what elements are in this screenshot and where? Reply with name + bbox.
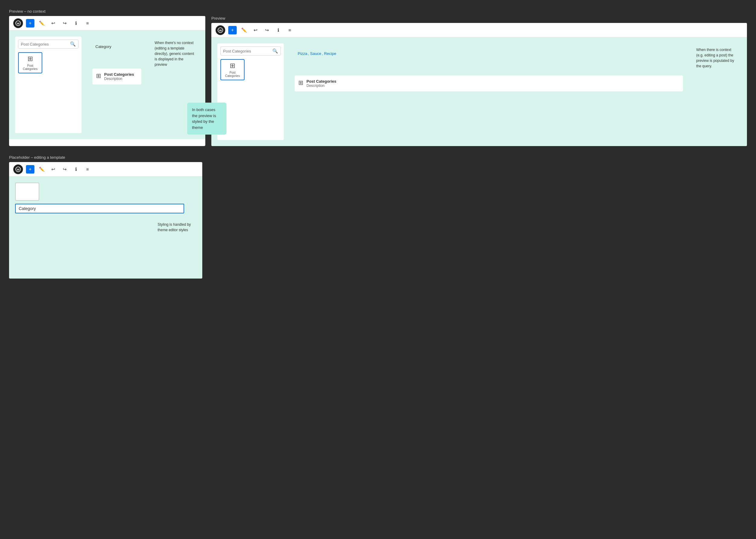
- search-input-left[interactable]: [21, 42, 68, 46]
- placeholder-main-area: Styling is handled by theme editor style…: [15, 218, 196, 272]
- undo-button-right[interactable]: ↩: [251, 26, 260, 35]
- post-categories-block-right: ⊞ Post Categories Description: [295, 75, 683, 92]
- editor-main-right: Pizza, Sauce, Recipe ⊞ Post Categories D…: [290, 43, 741, 140]
- block-icon-label-left: PostCategories: [23, 64, 38, 71]
- list-button-bottom[interactable]: ≡: [83, 165, 92, 174]
- editor-content-left: 🔍 ⊞ PostCategories Category ⊞: [9, 31, 205, 139]
- bottom-section: Placeholder – editing a template W + ✏️ …: [9, 155, 747, 278]
- content-area-left: Category ⊞ Post Categories Description: [88, 37, 146, 133]
- svg-text:W: W: [17, 22, 20, 25]
- toolbar-bottom: W + ✏️ ↩ ↪ ℹ ≡: [9, 162, 202, 177]
- post-categories-desc-left: Description: [104, 77, 134, 81]
- placeholder-panel: W + ✏️ ↩ ↪ ℹ ≡ Styling is handled by the…: [9, 162, 202, 278]
- redo-button-left[interactable]: ↪: [60, 19, 69, 28]
- placeholder-content: Styling is handled by theme editor style…: [9, 177, 202, 278]
- wp-logo-right[interactable]: W: [215, 25, 225, 35]
- svg-text:W: W: [17, 168, 20, 171]
- post-categories-title-right: Post Categories: [306, 79, 336, 84]
- wp-logo-left[interactable]: W: [13, 18, 23, 28]
- post-categories-block-icon-right[interactable]: ⊞ PostCategories: [220, 59, 245, 80]
- info-button-right[interactable]: ℹ: [274, 26, 283, 35]
- tags-row: Pizza, Sauce, Recipe: [298, 51, 680, 56]
- add-button-bottom[interactable]: +: [26, 165, 35, 174]
- list-button-right[interactable]: ≡: [286, 26, 294, 35]
- add-button-left[interactable]: +: [26, 19, 35, 28]
- add-button-right[interactable]: +: [228, 26, 237, 35]
- brush-button-right[interactable]: ✏️: [240, 26, 248, 35]
- tag-recipe[interactable]: Recipe: [324, 51, 336, 56]
- editor-content-right: 🔍 ⊞ PostCategories Pizza,: [211, 38, 747, 146]
- search-input-right[interactable]: [223, 49, 271, 53]
- content-area-right: Pizza, Sauce, Recipe ⊞ Post Categories D…: [290, 43, 688, 140]
- section-label-top-left: Preview – no context: [9, 9, 747, 14]
- info-button-bottom[interactable]: ℹ: [72, 165, 80, 174]
- toolbar-left: W + ✏️ ↩ ↪ ℹ ≡: [9, 16, 205, 31]
- category-input[interactable]: [15, 204, 184, 213]
- sidebar-left: 🔍 ⊞ PostCategories: [15, 37, 82, 133]
- redo-button-right[interactable]: ↪: [263, 26, 271, 35]
- tag-pizza[interactable]: Pizza: [298, 51, 307, 56]
- list-button-left[interactable]: ≡: [83, 19, 92, 28]
- editor-panel-left: W + ✏️ ↩ ↪ ℹ ≡ 🔍 ⊞ PostCateg: [9, 16, 205, 146]
- search-icon-right: 🔍: [272, 48, 278, 54]
- right-panel-wrapper: Preview W + ✏️ ↩ ↪ ℹ ≡: [211, 16, 747, 146]
- placeholder-inner-box: [18, 221, 145, 264]
- sidebar-right: 🔍 ⊞ PostCategories: [217, 43, 284, 140]
- placeholder-image: [15, 183, 39, 201]
- post-categories-text-left: Post Categories Description: [104, 72, 134, 81]
- block-grid-icon-right: ⊞: [230, 62, 235, 70]
- block-grid-icon-left: ⊞: [28, 55, 33, 63]
- search-icon-left: 🔍: [70, 41, 76, 47]
- post-categories-block-icon-left[interactable]: ⊞ PostCategories: [18, 52, 42, 73]
- floating-annotation: In both cases the preview is styled by t…: [187, 103, 226, 135]
- post-categories-title-left: Post Categories: [104, 72, 134, 77]
- wp-logo-bottom[interactable]: W: [13, 165, 23, 174]
- brush-button-left[interactable]: ✏️: [38, 19, 46, 28]
- post-categories-text-right: Post Categories Description: [306, 79, 336, 88]
- section-label-top-right: Preview: [211, 16, 747, 21]
- editor-main-left: Category ⊞ Post Categories Description W…: [88, 37, 199, 133]
- undo-button-bottom[interactable]: ↩: [49, 165, 57, 174]
- annotation-right: When there is context (e.g. editing a po…: [693, 43, 741, 140]
- tag-sauce[interactable]: Sauce: [310, 51, 321, 56]
- brush-button-bottom[interactable]: ✏️: [38, 165, 46, 174]
- redo-button-bottom[interactable]: ↪: [60, 165, 69, 174]
- search-bar-left[interactable]: 🔍: [18, 39, 78, 48]
- editor-panel-right: W + ✏️ ↩ ↪ ℹ ≡ 🔍: [211, 23, 747, 146]
- section-label-bottom: Placeholder – editing a template: [9, 155, 747, 160]
- svg-text:W: W: [219, 28, 222, 32]
- block-icon-label-right: PostCategories: [225, 71, 240, 78]
- search-bar-right[interactable]: 🔍: [220, 46, 281, 55]
- placeholder-inner: [15, 218, 148, 272]
- post-categories-desc-right: Description: [306, 84, 336, 88]
- toolbar-right: W + ✏️ ↩ ↪ ℹ ≡: [211, 23, 747, 38]
- styling-annotation: Styling is handled by theme editor style…: [154, 218, 196, 272]
- post-categories-block-left: ⊞ Post Categories Description: [92, 68, 141, 85]
- post-categories-icon-right: ⊞: [298, 79, 303, 86]
- info-button-left[interactable]: ℹ: [72, 19, 80, 28]
- undo-button-left[interactable]: ↩: [49, 19, 57, 28]
- post-categories-icon-left: ⊞: [96, 72, 101, 79]
- category-label-left: Category: [95, 44, 138, 49]
